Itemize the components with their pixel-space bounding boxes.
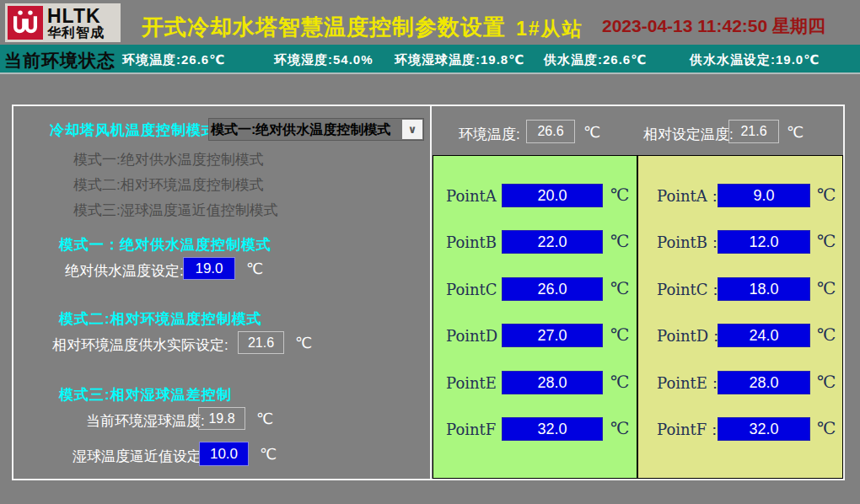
parameter-panel: 冷却塔风机温度控制模式 模式一:绝对供水温度控制模式 ∨ 模式一:绝对供水温度控…: [12, 105, 845, 480]
mode-select-dropdown[interactable]: 模式一:绝对供水温度控制模式 ∨: [208, 118, 424, 141]
point-b-unit: ℃: [817, 231, 836, 251]
point-c-input[interactable]: [718, 277, 810, 301]
point-e-unit: ℃: [817, 372, 836, 392]
table-row: PointA： ℃: [433, 184, 637, 207]
metric-ambient-temp: 环境温度:26.6℃: [122, 52, 225, 68]
point-e-unit: ℃: [610, 372, 629, 392]
point-a-unit: ℃: [610, 185, 629, 205]
relative-set-temp-display: 21.6: [728, 120, 779, 143]
table-row: PointB： ℃: [638, 230, 842, 254]
mode3-approach-label: 湿球温度逼近值设定:: [73, 447, 206, 466]
metric-ambient-humidity: 环境湿度:54.0%: [274, 52, 374, 68]
relative-set-temp-unit: ℃: [787, 123, 804, 142]
panel-divider: [430, 106, 432, 479]
mode3-wetbulb-display: 19.8: [198, 407, 245, 430]
point-e-input[interactable]: [502, 371, 603, 394]
point-d-input[interactable]: [502, 324, 603, 347]
metric-wet-bulb-temp: 环境湿球温度:19.8℃: [395, 52, 524, 68]
ambient-temp-label: 环境温度:: [459, 125, 520, 144]
point-f-unit: ℃: [610, 418, 629, 438]
table-row: PointC： ℃: [638, 277, 842, 301]
datetime-display: 2023-04-13 11:42:50 星期四: [602, 14, 825, 38]
point-e-input[interactable]: [718, 371, 810, 394]
point-b-label: PointB：: [657, 233, 723, 253]
mode-select-label: 冷却塔风机温度控制模式: [50, 121, 217, 140]
point-a-unit: ℃: [817, 185, 836, 205]
point-d-unit: ℃: [817, 324, 836, 345]
company-logo: HLTK 华利智成: [5, 3, 121, 42]
table-row: PointF： ℃: [433, 417, 637, 441]
relative-set-temp-label: 相对设定温度:: [643, 125, 734, 144]
table-row: PointE： ℃: [638, 371, 842, 394]
point-f-unit: ℃: [817, 418, 836, 438]
point-c-label: PointC：: [657, 280, 723, 300]
point-c-unit: ℃: [610, 278, 629, 298]
table-row: PointD： ℃: [433, 324, 637, 347]
point-f-input[interactable]: [718, 417, 810, 441]
mode-option-3: 模式三:湿球温度逼近值控制模式: [73, 201, 278, 220]
point-c-unit: ℃: [817, 278, 836, 298]
table-row: PointB： ℃: [433, 230, 637, 254]
green-point-table: PointA： ℃ PointB： ℃ PointC： ℃ PointD： ℃ …: [433, 155, 637, 479]
point-d-unit: ℃: [610, 324, 629, 345]
brand-name-cn: 华利智成: [47, 26, 105, 40]
station-label: 1#从站: [516, 16, 583, 42]
status-bar-title: 当前环境状态: [4, 49, 116, 72]
point-c-input[interactable]: [502, 277, 603, 301]
mode-select-value: 模式一:绝对供水温度控制模式: [211, 121, 390, 139]
hmi-screen: HLTK 华利智成 开式冷却水塔智慧温度控制参数设置 1#从站 2023-04-…: [0, 0, 860, 504]
mode1-setpoint-label: 绝对供水温度设定:: [65, 261, 184, 281]
mode3-approach-input[interactable]: [199, 442, 249, 466]
point-f-input[interactable]: [502, 417, 603, 441]
chevron-down-icon[interactable]: ∨: [402, 120, 422, 139]
mode2-setpoint-display: 21.6: [238, 331, 284, 354]
point-b-input[interactable]: [718, 230, 810, 254]
point-e-label: PointE：: [657, 373, 723, 394]
environment-status-bar: 当前环境状态 环境温度:26.6℃ 环境湿度:54.0% 环境湿球温度:19.8…: [0, 45, 860, 74]
brand-name: HLTK: [47, 7, 105, 26]
point-d-label: PointD：: [657, 326, 723, 346]
metric-supply-water-setpoint: 供水水温设定:19.0℃: [690, 52, 820, 68]
mode2-unit: ℃: [295, 334, 312, 352]
mode1-section-title: 模式一：绝对供水温度控制模式: [59, 235, 271, 255]
mode3-unit-1: ℃: [256, 410, 273, 428]
mode-option-1: 模式一:绝对供水温度控制模式: [73, 150, 264, 169]
table-row: PointC： ℃: [433, 277, 637, 301]
yellow-point-table: PointA： ℃ PointB： ℃ PointC： ℃ PointD： ℃ …: [637, 155, 843, 479]
mode3-wetbulb-label: 当前环境湿球温度:: [86, 411, 205, 431]
point-a-input[interactable]: [502, 184, 603, 207]
point-b-unit: ℃: [610, 231, 629, 251]
ambient-temp-display: 26.6: [526, 120, 575, 143]
table-row: PointE： ℃: [433, 371, 637, 394]
ambient-temp-unit: ℃: [583, 123, 600, 142]
mode3-section-title: 模式三:相对湿球温差控制: [59, 385, 232, 405]
point-a-label: PointA：: [657, 186, 723, 206]
mode2-section-title: 模式二:相对环境温度控制模式: [59, 309, 262, 329]
point-a-input[interactable]: [718, 184, 810, 207]
point-d-input[interactable]: [718, 324, 810, 347]
table-row: PointD： ℃: [638, 324, 842, 347]
mode1-unit: ℃: [246, 260, 263, 278]
mode-option-2: 模式二:相对环境温度控制模式: [73, 175, 264, 195]
mode1-setpoint-input[interactable]: [183, 257, 235, 280]
table-row: PointF： ℃: [638, 417, 842, 441]
table-row: PointA： ℃: [638, 184, 842, 207]
page-title: 开式冷却水塔智慧温度控制参数设置: [142, 13, 506, 42]
point-f-label: PointF：: [657, 420, 722, 440]
hltk-logo-icon: [8, 6, 43, 40]
point-b-input[interactable]: [502, 230, 603, 254]
mode2-setpoint-label: 相对环境温度供水实际设定:: [52, 335, 228, 355]
metric-supply-water-temp: 供水温度:26.6℃: [544, 52, 647, 68]
mode3-unit-2: ℃: [260, 445, 277, 464]
